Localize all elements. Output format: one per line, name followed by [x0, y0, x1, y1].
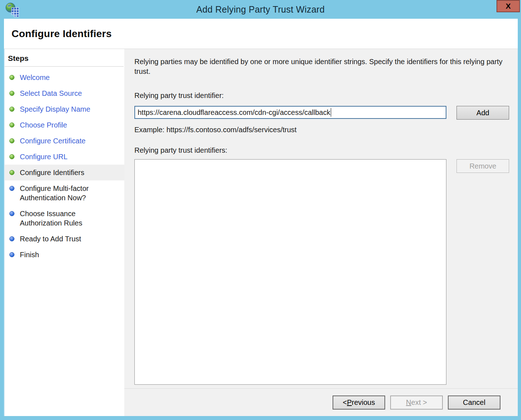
- step-status-icon: [9, 211, 14, 216]
- step-status-icon: [9, 236, 14, 241]
- add-button[interactable]: Add: [457, 106, 509, 120]
- step-status-icon: [9, 170, 14, 175]
- previous-button[interactable]: < Previous: [333, 396, 385, 410]
- step-label: Finish: [20, 250, 39, 259]
- step-status-icon: [9, 107, 14, 112]
- step-label: Welcome: [20, 73, 50, 82]
- step-status-icon: [9, 75, 14, 80]
- identifier-input-value: https://carena.cloudflareaccess.com/cdn-…: [138, 108, 330, 117]
- title-bar: Add Relying Party Trust Wizard X: [0, 0, 521, 19]
- sidebar-step-select-data-source[interactable]: Select Data Source: [5, 85, 124, 101]
- example-text: Example: https://fs.contoso.com/adfs/ser…: [134, 126, 509, 134]
- page-title: Configure Identifiers: [12, 28, 112, 40]
- step-label: Select Data Source: [20, 89, 82, 98]
- step-label: Configure Identifiers: [20, 168, 84, 177]
- steps-sidebar: Steps WelcomeSelect Data SourceSpecify D…: [4, 49, 124, 416]
- sidebar-step-ready-to-add-trust: Ready to Add Trust: [5, 231, 124, 247]
- sidebar-step-configure-identifiers: Configure Identifiers: [5, 165, 124, 180]
- step-label: Configure URL: [20, 152, 67, 161]
- step-status-icon: [9, 91, 14, 96]
- step-status-icon: [9, 154, 14, 159]
- sidebar-step-welcome[interactable]: Welcome: [5, 70, 124, 85]
- cancel-button[interactable]: Cancel: [448, 396, 500, 410]
- step-label: Choose Issuance Authorization Rules: [20, 209, 108, 228]
- sidebar-step-configure-multi-factor-authentication-now: Configure Multi-factor Authentication No…: [5, 180, 124, 206]
- remove-button[interactable]: Remove: [457, 159, 509, 173]
- steps-list: WelcomeSelect Data SourceSpecify Display…: [5, 67, 124, 263]
- wizard-window: Configure Identifiers Steps WelcomeSelec…: [4, 19, 518, 416]
- step-label: Configure Certificate: [20, 136, 85, 146]
- description-text: Relying parties may be identified by one…: [134, 57, 506, 76]
- step-status-icon: [9, 252, 14, 257]
- identifier-field-label: Relying party trust identifier:: [134, 91, 509, 100]
- sidebar-step-configure-certificate[interactable]: Configure Certificate: [5, 133, 124, 149]
- wizard-footer: < Previous Next > Cancel: [124, 388, 518, 416]
- step-status-icon: [9, 138, 14, 143]
- identifier-input[interactable]: https://carena.cloudflareaccess.com/cdn-…: [134, 106, 446, 119]
- identifiers-listbox[interactable]: [134, 159, 446, 385]
- sidebar-step-choose-issuance-authorization-rules: Choose Issuance Authorization Rules: [5, 206, 124, 231]
- step-status-icon: [9, 186, 14, 191]
- sidebar-step-specify-display-name[interactable]: Specify Display Name: [5, 101, 124, 117]
- next-button[interactable]: Next >: [390, 396, 443, 410]
- step-label: Choose Profile: [20, 120, 67, 130]
- window-title: Add Relying Party Trust Wizard: [0, 0, 521, 19]
- close-button[interactable]: X: [496, 0, 520, 12]
- page-header: Configure Identifiers: [4, 19, 518, 49]
- sidebar-step-choose-profile[interactable]: Choose Profile: [5, 117, 124, 133]
- steps-heading: Steps: [5, 49, 124, 67]
- step-label: Specify Display Name: [20, 104, 90, 114]
- step-status-icon: [9, 122, 14, 128]
- main-content: Relying parties may be identified by one…: [124, 49, 518, 388]
- step-label: Configure Multi-factor Authentication No…: [20, 184, 108, 202]
- identifiers-list-label: Relying party trust identifiers:: [134, 146, 509, 155]
- text-cursor: [331, 108, 331, 117]
- step-label: Ready to Add Trust: [20, 234, 81, 243]
- sidebar-step-configure-url[interactable]: Configure URL: [5, 149, 124, 165]
- sidebar-step-finish: Finish: [5, 247, 124, 263]
